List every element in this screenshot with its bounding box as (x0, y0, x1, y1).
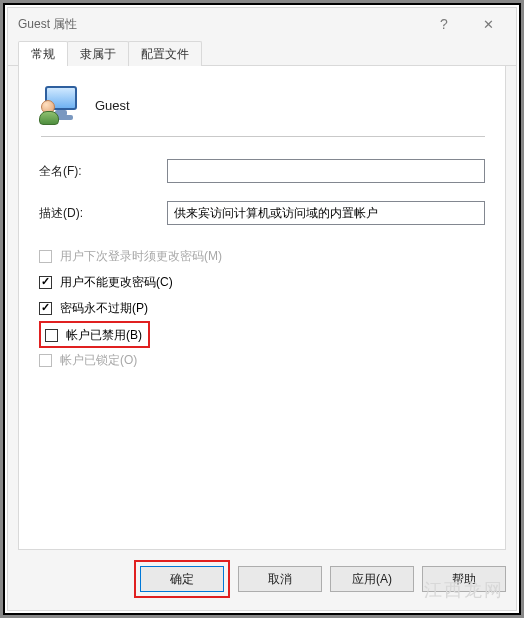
dialog-window: Guest 属性 ? ✕ 常规 隶属于 配置文件 Guest (7, 7, 517, 611)
row-description: 描述(D): (39, 201, 485, 225)
check-mustchange-label: 用户下次登录时须更改密码(M) (60, 248, 222, 265)
row-fullname: 全名(F): (39, 159, 485, 183)
outer-frame: Guest 属性 ? ✕ 常规 隶属于 配置文件 Guest (3, 3, 521, 615)
check-disabled-row[interactable]: 帐户已禁用(B) (39, 321, 485, 347)
label-description: 描述(D): (39, 205, 167, 222)
check-locked (39, 354, 52, 367)
titlebar: Guest 属性 ? ✕ (8, 8, 516, 40)
check-neverexpires-label: 密码永不过期(P) (60, 300, 148, 317)
tab-general[interactable]: 常规 (18, 41, 68, 66)
tab-profile[interactable]: 配置文件 (128, 41, 202, 66)
window-title: Guest 属性 (18, 16, 77, 33)
user-header: Guest (39, 84, 485, 126)
highlight-disabled: 帐户已禁用(B) (39, 321, 150, 348)
apply-button[interactable]: 应用(A) (330, 566, 414, 592)
check-mustchange (39, 250, 52, 263)
tab-memberof[interactable]: 隶属于 (67, 41, 129, 66)
dialog-buttons: 确定 取消 应用(A) 帮助 (8, 560, 516, 610)
check-neverexpires-row[interactable]: 密码永不过期(P) (39, 295, 485, 321)
separator (41, 136, 485, 137)
close-icon[interactable]: ✕ (466, 9, 510, 39)
input-description[interactable] (167, 201, 485, 225)
check-neverexpires[interactable] (39, 302, 52, 315)
check-disabled[interactable] (45, 329, 58, 342)
help-button[interactable]: 帮助 (422, 566, 506, 592)
checkbox-group: 用户下次登录时须更改密码(M) 用户不能更改密码(C) 密码永不过期(P) 帐户… (39, 243, 485, 373)
check-locked-row: 帐户已锁定(O) (39, 347, 485, 373)
highlight-ok: 确定 (134, 560, 230, 598)
help-icon[interactable]: ? (422, 9, 466, 39)
user-name: Guest (95, 98, 130, 113)
tabstrip: 常规 隶属于 配置文件 (8, 40, 516, 66)
cancel-button[interactable]: 取消 (238, 566, 322, 592)
user-icon (39, 84, 81, 126)
check-mustchange-row: 用户下次登录时须更改密码(M) (39, 243, 485, 269)
check-cannotchange-row[interactable]: 用户不能更改密码(C) (39, 269, 485, 295)
input-fullname[interactable] (167, 159, 485, 183)
label-fullname: 全名(F): (39, 163, 167, 180)
check-disabled-label: 帐户已禁用(B) (66, 327, 142, 344)
check-locked-label: 帐户已锁定(O) (60, 352, 137, 369)
tab-panel-general: Guest 全名(F): 描述(D): 用户下次登录时须更改密码(M) 用户不能… (18, 66, 506, 550)
check-cannotchange[interactable] (39, 276, 52, 289)
ok-button[interactable]: 确定 (140, 566, 224, 592)
check-cannotchange-label: 用户不能更改密码(C) (60, 274, 173, 291)
